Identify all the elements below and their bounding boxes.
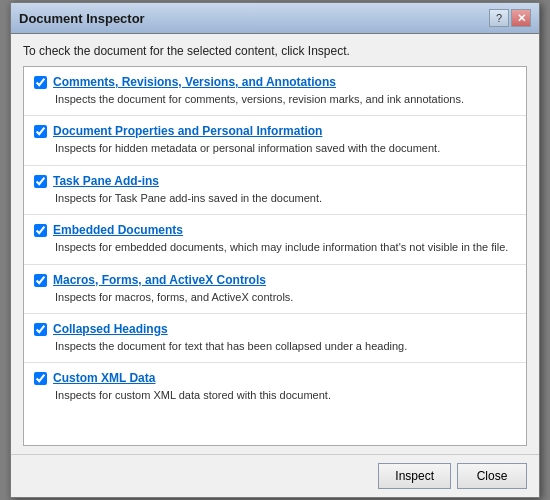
document-inspector-dialog: Document Inspector ? ✕ To check the docu… [10,2,540,498]
close-title-button[interactable]: ✕ [511,9,531,27]
checkbox-embedded[interactable] [34,224,47,237]
checkbox-macros[interactable] [34,274,47,287]
instruction-text: To check the document for the selected c… [23,44,527,58]
check-item-taskpane: Task Pane Add-insInspects for Task Pane … [24,166,526,215]
checkbox-properties[interactable] [34,125,47,138]
checkbox-taskpane[interactable] [34,175,47,188]
check-item-header-taskpane: Task Pane Add-ins [34,174,516,188]
item-title-comments[interactable]: Comments, Revisions, Versions, and Annot… [53,75,336,89]
item-desc-embedded: Inspects for embedded documents, which m… [55,240,516,255]
item-desc-xml: Inspects for custom XML data stored with… [55,388,516,403]
check-item-headings: Collapsed HeadingsInspects the document … [24,314,526,363]
check-item-header-properties: Document Properties and Personal Informa… [34,124,516,138]
item-desc-properties: Inspects for hidden metadata or personal… [55,141,516,156]
title-bar-controls: ? ✕ [489,9,531,27]
close-button[interactable]: Close [457,463,527,489]
item-title-taskpane[interactable]: Task Pane Add-ins [53,174,159,188]
check-item-properties: Document Properties and Personal Informa… [24,116,526,165]
check-item-header-headings: Collapsed Headings [34,322,516,336]
item-desc-taskpane: Inspects for Task Pane add-ins saved in … [55,191,516,206]
item-desc-headings: Inspects the document for text that has … [55,339,516,354]
dialog-body: To check the document for the selected c… [11,34,539,454]
item-desc-macros: Inspects for macros, forms, and ActiveX … [55,290,516,305]
dialog-title: Document Inspector [19,11,145,26]
inspect-button[interactable]: Inspect [378,463,451,489]
dialog-footer: Inspect Close [11,454,539,497]
help-button[interactable]: ? [489,9,509,27]
check-item-macros: Macros, Forms, and ActiveX ControlsInspe… [24,265,526,314]
check-item-header-comments: Comments, Revisions, Versions, and Annot… [34,75,516,89]
content-area[interactable]: Comments, Revisions, Versions, and Annot… [23,66,527,446]
item-title-embedded[interactable]: Embedded Documents [53,223,183,237]
title-bar: Document Inspector ? ✕ [11,3,539,34]
check-item-header-xml: Custom XML Data [34,371,516,385]
check-item-embedded: Embedded DocumentsInspects for embedded … [24,215,526,264]
check-item-comments: Comments, Revisions, Versions, and Annot… [24,67,526,116]
item-desc-comments: Inspects the document for comments, vers… [55,92,516,107]
check-item-header-embedded: Embedded Documents [34,223,516,237]
checkbox-xml[interactable] [34,372,47,385]
item-title-xml[interactable]: Custom XML Data [53,371,155,385]
checkbox-headings[interactable] [34,323,47,336]
item-title-headings[interactable]: Collapsed Headings [53,322,168,336]
checkbox-comments[interactable] [34,76,47,89]
check-item-header-macros: Macros, Forms, and ActiveX Controls [34,273,516,287]
item-title-properties[interactable]: Document Properties and Personal Informa… [53,124,322,138]
item-title-macros[interactable]: Macros, Forms, and ActiveX Controls [53,273,266,287]
check-item-xml: Custom XML DataInspects for custom XML d… [24,363,526,411]
